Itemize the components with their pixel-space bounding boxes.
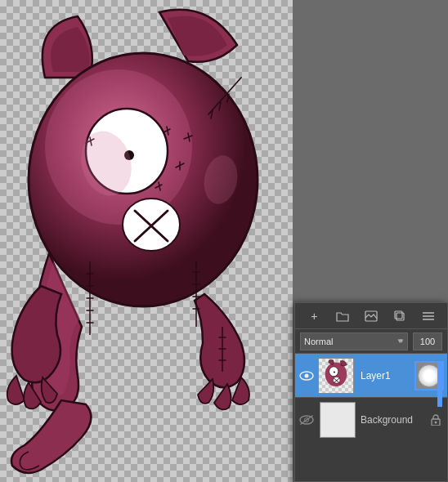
- background-lock-icon: [428, 412, 444, 428]
- layer1-name: Layer1: [357, 370, 411, 382]
- background-thumbnail: [320, 402, 356, 438]
- panel-toolbar: +: [295, 303, 447, 329]
- background-layer-name: Background: [361, 414, 423, 426]
- svg-point-14: [305, 373, 309, 377]
- layer1-visibility-toggle[interactable]: [298, 368, 315, 384]
- layer1-thumbnail: [318, 358, 354, 394]
- folder-icon[interactable]: [334, 308, 351, 324]
- layer-scrollbar[interactable]: [437, 363, 442, 407]
- menu-icon[interactable]: [420, 308, 437, 324]
- blend-mode-select[interactable]: Normal Multiply Screen Overlay: [300, 332, 408, 350]
- svg-rect-9: [395, 311, 402, 319]
- blend-mode-row: Normal Multiply Screen Overlay ▼: [295, 329, 447, 354]
- canvas-area: [0, 0, 293, 482]
- background-visibility-toggle[interactable]: [298, 412, 315, 428]
- layers-panel: +: [294, 302, 448, 482]
- opacity-input[interactable]: [413, 332, 442, 350]
- add-layer-icon[interactable]: +: [306, 308, 322, 324]
- svg-rect-8: [396, 313, 404, 320]
- duplicate-icon[interactable]: [392, 308, 408, 324]
- layer1-row[interactable]: Layer1: [295, 354, 447, 398]
- background-row[interactable]: Background: [295, 398, 447, 442]
- blend-mode-wrapper[interactable]: Normal Multiply Screen Overlay ▼: [300, 332, 408, 350]
- svg-point-17: [334, 371, 335, 373]
- svg-point-22: [435, 422, 437, 424]
- image-layer-icon[interactable]: [363, 308, 379, 324]
